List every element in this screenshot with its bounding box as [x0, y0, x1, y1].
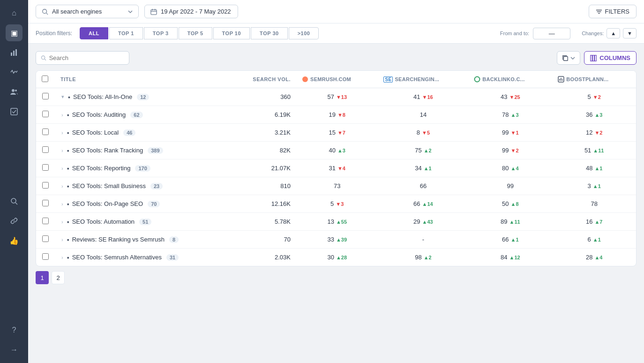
help-icon[interactable]: ?: [6, 322, 22, 339]
select-all-checkbox[interactable]: [42, 76, 48, 82]
row-boostplann: 51 ▲11: [552, 142, 636, 159]
row-search-vol: 12.16K: [230, 195, 296, 213]
row-expand-btn[interactable]: ›: [60, 255, 64, 260]
table-search-box[interactable]: [36, 51, 129, 65]
se-logo-text: SE: [383, 76, 393, 83]
pos-tab-gt100[interactable]: >100: [289, 27, 319, 39]
changes-down-button[interactable]: ▼: [623, 28, 637, 38]
row-badge: 70: [148, 201, 160, 207]
pos-tab-top1[interactable]: TOP 1: [109, 27, 143, 39]
table-search-icon: [41, 55, 46, 61]
svg-rect-2: [15, 49, 17, 56]
row-checkbox[interactable]: [42, 164, 49, 171]
topbar: All search engines 19 Apr 2022 - 7 May 2…: [28, 0, 644, 23]
folder-icon: ▪: [67, 182, 69, 190]
row-checkbox[interactable]: [42, 182, 49, 189]
changes-up-button[interactable]: ▲: [607, 28, 620, 38]
main-content: All search engines 19 Apr 2022 - 7 May 2…: [28, 0, 644, 363]
folder-icon: ▪: [67, 236, 69, 243]
row-searchengine: -: [378, 231, 468, 249]
pos-tab-top10[interactable]: TOP 10: [213, 27, 250, 39]
row-semrush: 57 ▼13: [296, 88, 378, 106]
content-area: COLUMNS TITLE SEARCH VOL. SEMRUSH.COM: [28, 44, 644, 363]
row-expand-btn[interactable]: ›: [60, 183, 64, 189]
row-boostplann: 5 ▼2: [552, 88, 636, 106]
from-to-input[interactable]: [533, 28, 570, 39]
row-searchengine: 66: [378, 177, 468, 195]
row-checkbox[interactable]: [42, 129, 49, 135]
row-checkbox[interactable]: [42, 146, 49, 153]
columns-button[interactable]: COLUMNS: [584, 51, 637, 65]
row-expand-btn[interactable]: ›: [60, 219, 64, 225]
pos-tab-top5[interactable]: TOP 5: [179, 27, 212, 39]
row-searchengine: 34 ▲1: [378, 159, 468, 177]
folder-icon: ▪: [67, 111, 69, 119]
pos-tab-top3[interactable]: TOP 3: [144, 27, 178, 39]
row-title: SEO Tools: Reporting: [72, 165, 131, 172]
row-searchengine: 8 ▼5: [378, 124, 468, 142]
row-searchengine: 66 ▲14: [378, 195, 468, 213]
row-expand-btn[interactable]: ›: [60, 166, 64, 171]
row-badge: 12: [137, 94, 149, 100]
tasks-icon[interactable]: [6, 103, 22, 120]
row-checkbox[interactable]: [42, 235, 49, 242]
svg-point-17: [41, 56, 45, 59]
date-range-picker[interactable]: 19 Apr 2022 - 7 May 2022: [144, 5, 238, 18]
from-to-label: From and to:: [500, 30, 529, 36]
row-expand-btn[interactable]: ›: [60, 148, 64, 153]
table-row: › ▪ SEO Tools: Semrush Alternatives 31 2…: [36, 249, 636, 266]
activity-icon[interactable]: [6, 64, 22, 81]
row-backlinko: 80 ▲4: [468, 159, 552, 177]
row-checkbox[interactable]: [42, 200, 49, 206]
copy-button[interactable]: [557, 51, 580, 65]
table-row: › ▪ SEO Tools: On-Page SEO 70 12.16K 5 ▼…: [36, 195, 636, 213]
row-badge: 31: [166, 254, 179, 261]
row-expand-btn[interactable]: ›: [60, 237, 64, 242]
row-expand-btn[interactable]: ›: [60, 130, 64, 136]
row-boostplann: 78: [552, 195, 636, 213]
dashboard-icon[interactable]: ▣: [6, 24, 22, 41]
table-row: › ▪ SEO Tools: Local 46 3.21K 15 ▼7 8 ▼5…: [36, 124, 636, 142]
search-content-icon[interactable]: [6, 193, 22, 210]
svg-rect-22: [595, 55, 597, 60]
table-row: › ▪ Reviews: SE Ranking vs Semrush 8 70 …: [36, 231, 636, 249]
page-2-button[interactable]: 2: [52, 271, 65, 284]
expand-icon[interactable]: →: [6, 341, 22, 358]
row-backlinko: 99: [468, 177, 552, 195]
row-title: SEO Tools: Automation: [72, 218, 135, 225]
from-to-group: From and to:: [500, 28, 570, 39]
row-semrush: 19 ▼8: [296, 106, 378, 124]
row-title: SEO Tools: Local: [72, 129, 119, 136]
row-badge: 62: [130, 112, 142, 118]
data-table: TITLE SEARCH VOL. SEMRUSH.COM SE SEARCH: [36, 70, 637, 266]
table-row: › ▪ SEO Tools: Reporting 170 21.07K 31 ▼…: [36, 159, 636, 177]
svg-point-23: [302, 76, 308, 82]
row-backlinko: 78 ▲3: [468, 106, 552, 124]
row-expand-btn[interactable]: ›: [60, 201, 64, 207]
row-boostplann: 28 ▲4: [552, 249, 636, 266]
row-backlinko: 89 ▲11: [468, 213, 552, 231]
users-icon[interactable]: [6, 83, 22, 100]
svg-point-4: [15, 90, 17, 91]
chart-icon[interactable]: [6, 44, 22, 61]
links-icon[interactable]: [6, 212, 22, 229]
page-1-button[interactable]: 1: [36, 271, 49, 284]
row-semrush: 5 ▼3: [296, 195, 378, 213]
row-checkbox[interactable]: [42, 218, 49, 224]
pos-tab-all[interactable]: ALL: [80, 27, 108, 39]
row-semrush: 40 ▲3: [296, 142, 378, 159]
row-title: SEO Tools: On-Page SEO: [72, 200, 143, 207]
pos-tab-top30[interactable]: TOP 30: [251, 27, 288, 39]
row-checkbox[interactable]: [42, 111, 49, 117]
row-checkbox[interactable]: [42, 253, 49, 260]
row-expand-btn[interactable]: ›: [60, 112, 64, 118]
row-expand-btn[interactable]: ▾: [60, 94, 65, 100]
home-icon[interactable]: ⌂: [6, 5, 22, 22]
thumbs-icon[interactable]: 👍: [6, 232, 22, 249]
search-input[interactable]: [49, 54, 124, 61]
row-search-vol: 3.21K: [230, 124, 296, 142]
search-engine-dropdown[interactable]: All search engines: [36, 5, 139, 18]
row-checkbox[interactable]: [42, 93, 49, 99]
filters-button[interactable]: FILTERS: [589, 5, 637, 18]
filters-label: FILTERS: [605, 8, 630, 15]
